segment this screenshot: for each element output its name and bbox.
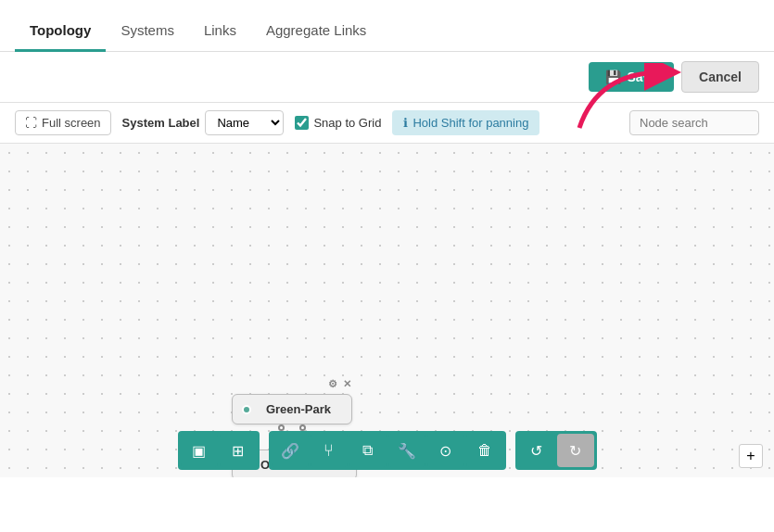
system-label-text: System Label	[122, 116, 200, 130]
fullscreen-button[interactable]: ⛶ Full screen	[15, 110, 111, 135]
tab-topology[interactable]: Topology	[15, 15, 106, 52]
tab-aggregate-links[interactable]: Aggregate Links	[251, 15, 381, 52]
tab-bar: Topology Systems Links Aggregate Links	[0, 0, 774, 52]
target-icon: ⊙	[439, 442, 451, 460]
snap-group: Snap to Grid	[295, 116, 381, 130]
hold-shift-button[interactable]: ℹ Hold Shift for panning	[392, 110, 539, 135]
tab-links[interactable]: Links	[189, 15, 251, 52]
zoom-in-icon: +	[746, 448, 755, 464]
system-label-group: System Label Name IP None	[122, 110, 285, 135]
save-icon: 💾	[605, 70, 621, 84]
zoom-in-button[interactable]: +	[739, 444, 763, 468]
select-icon: ▣	[192, 442, 206, 460]
node-dot-green-park	[242, 405, 251, 414]
canvas: ⚙✕ Green-Park ⚙✕ Oxford-Circus Bond-Stre…	[0, 144, 774, 477]
page-wrapper: Topology Systems Links Aggregate Links 💾…	[0, 0, 774, 532]
btool-link[interactable]: 🔗	[272, 434, 309, 467]
btool-select[interactable]: ▣	[181, 434, 218, 467]
save-button[interactable]: 💾 Save	[589, 62, 674, 92]
controls-bar: ⛶ Full screen System Label Name IP None …	[0, 103, 774, 144]
node-actions-green-park: ⚙✕	[328, 378, 351, 390]
btool-redo[interactable]: ↻	[557, 434, 594, 467]
system-label-select[interactable]: Name IP None	[205, 110, 284, 135]
btool-settings[interactable]: 🔧	[388, 434, 425, 467]
copy-icon: ⧉	[362, 442, 373, 459]
btool-target[interactable]: ⊙	[427, 434, 464, 467]
info-icon: ℹ	[403, 116, 408, 130]
node-search-input[interactable]	[629, 110, 759, 135]
btool-undo[interactable]: ↺	[518, 434, 555, 467]
link-icon: 🔗	[281, 442, 299, 460]
settings-icon: 🔧	[398, 442, 416, 460]
fork-icon: ⑂	[324, 441, 334, 461]
btool-copy[interactable]: ⧉	[349, 434, 387, 467]
cancel-button[interactable]: Cancel	[681, 61, 759, 93]
bottom-toolbar: ▣ ⊞ 🔗 ⑂ ⧉ 🔧	[0, 424, 774, 477]
btool-fork[interactable]: ⑂	[311, 434, 348, 467]
btool-grid[interactable]: ⊞	[220, 434, 257, 467]
undo-icon: ↺	[530, 442, 542, 460]
redo-icon: ↻	[569, 442, 581, 460]
tab-systems[interactable]: Systems	[106, 15, 189, 52]
toolbar: 💾 Save Cancel	[0, 52, 774, 103]
node-green-park[interactable]: ⚙✕ Green-Park	[232, 394, 352, 424]
delete-icon: 🗑	[477, 442, 492, 459]
grid-icon: ⊞	[232, 442, 244, 460]
snap-label: Snap to Grid	[313, 116, 381, 130]
node-label-green-park: Green-Park	[266, 402, 331, 416]
fullscreen-icon: ⛶	[25, 116, 37, 130]
btool-delete[interactable]: 🗑	[466, 434, 503, 467]
snap-checkbox[interactable]	[295, 116, 309, 130]
